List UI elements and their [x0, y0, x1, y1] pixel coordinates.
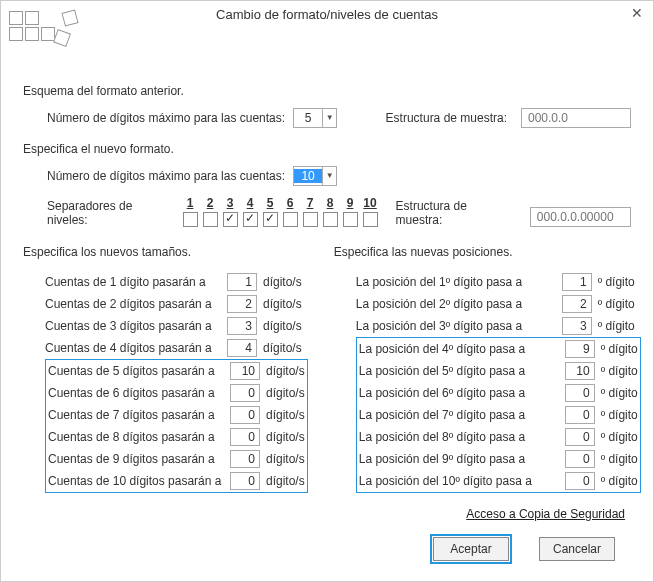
size-label: Cuentas de 4 dígitos pasarán a: [45, 341, 221, 355]
position-input[interactable]: 2: [562, 295, 592, 313]
section-new-positions: Especifica las nuevas posiciones.: [334, 245, 641, 259]
position-input[interactable]: 0: [565, 406, 595, 424]
chevron-down-icon: ▼: [322, 167, 336, 185]
separator-checkbox-8[interactable]: [323, 212, 338, 227]
position-label: La posición del 5º dígito pasa a: [359, 364, 559, 378]
position-input[interactable]: 3: [562, 317, 592, 335]
separator-checkbox-10[interactable]: [363, 212, 378, 227]
position-input[interactable]: 0: [565, 472, 595, 490]
size-unit: dígito/s: [266, 452, 305, 466]
new-max-digits-value: 10: [294, 169, 322, 183]
position-row: La posición del 4º dígito pasa a9º dígit…: [359, 338, 638, 360]
size-input[interactable]: 0: [230, 428, 260, 446]
position-row: La posición del 8º dígito pasa a0º dígit…: [359, 426, 638, 448]
position-label: La posición del 10º dígito pasa a: [359, 474, 559, 488]
position-input[interactable]: 0: [565, 450, 595, 468]
label-separators: Separadores de niveles:: [47, 199, 165, 227]
position-label: La posición del 8º dígito pasa a: [359, 430, 559, 444]
position-unit: º dígito: [601, 364, 638, 378]
accept-button[interactable]: Aceptar: [433, 537, 509, 561]
size-unit: dígito/s: [263, 275, 302, 289]
cancel-button[interactable]: Cancelar: [539, 537, 615, 561]
position-unit: º dígito: [598, 275, 635, 289]
new-max-digits-dropdown[interactable]: 10 ▼: [293, 166, 337, 186]
prev-struct-display: 000.0.0: [521, 108, 631, 128]
size-unit: dígito/s: [266, 364, 305, 378]
position-label: La posición del 9º dígito pasa a: [359, 452, 559, 466]
size-input[interactable]: 10: [230, 362, 260, 380]
section-prev-format: Esquema del formato anterior.: [23, 84, 631, 98]
position-input[interactable]: 0: [565, 384, 595, 402]
size-row: Cuentas de 8 dígitos pasarán a0dígito/s: [48, 426, 305, 448]
size-label: Cuentas de 6 dígitos pasarán a: [48, 386, 224, 400]
chevron-down-icon: ▼: [322, 109, 336, 127]
size-input[interactable]: 4: [227, 339, 257, 357]
size-label: Cuentas de 5 dígitos pasarán a: [48, 364, 224, 378]
position-unit: º dígito: [598, 297, 635, 311]
size-label: Cuentas de 1 dígito pasarán a: [45, 275, 221, 289]
separator-header-1: 1: [183, 196, 198, 210]
size-input[interactable]: 0: [230, 406, 260, 424]
size-input[interactable]: 0: [230, 472, 260, 490]
close-icon[interactable]: ✕: [631, 5, 643, 21]
separator-checkbox-2[interactable]: [203, 212, 218, 227]
separator-checkbox-3[interactable]: [223, 212, 238, 227]
size-label: Cuentas de 8 dígitos pasarán a: [48, 430, 224, 444]
position-row: La posición del 9º dígito pasa a0º dígit…: [359, 448, 638, 470]
size-unit: dígito/s: [263, 297, 302, 311]
size-input[interactable]: 0: [230, 450, 260, 468]
position-input[interactable]: 9: [565, 340, 595, 358]
size-row: Cuentas de 10 dígitos pasarán a0dígito/s: [48, 470, 305, 492]
position-label: La posición del 7º dígito pasa a: [359, 408, 559, 422]
separator-header-10: 10: [363, 196, 378, 210]
position-input[interactable]: 10: [565, 362, 595, 380]
separator-checkbox-4[interactable]: [243, 212, 258, 227]
size-label: Cuentas de 10 dígitos pasarán a: [48, 474, 224, 488]
size-label: Cuentas de 2 dígitos pasarán a: [45, 297, 221, 311]
position-row: La posición del 7º dígito pasa a0º dígit…: [359, 404, 638, 426]
section-new-sizes: Especifica los nuevos tamaños.: [23, 245, 308, 259]
size-input[interactable]: 3: [227, 317, 257, 335]
separator-checkbox-1[interactable]: [183, 212, 198, 227]
separator-header-9: 9: [343, 196, 358, 210]
separator-header-5: 5: [263, 196, 278, 210]
size-label: Cuentas de 3 dígitos pasarán a: [45, 319, 221, 333]
position-unit: º dígito: [601, 342, 638, 356]
position-row: La posición del 6º dígito pasa a0º dígit…: [359, 382, 638, 404]
size-row: Cuentas de 9 dígitos pasarán a0dígito/s: [48, 448, 305, 470]
size-input[interactable]: 0: [230, 384, 260, 402]
prev-max-digits-dropdown[interactable]: 5 ▼: [293, 108, 337, 128]
separator-checkbox-9[interactable]: [343, 212, 358, 227]
position-row: La posición del 5º dígito pasa a10º dígi…: [359, 360, 638, 382]
separator-checkbox-7[interactable]: [303, 212, 318, 227]
new-struct-display: 000.0.0.00000: [530, 207, 631, 227]
size-unit: dígito/s: [266, 474, 305, 488]
size-row: Cuentas de 1 dígito pasarán a1dígito/s: [45, 271, 308, 293]
size-input[interactable]: 1: [227, 273, 257, 291]
position-row: La posición del 1º dígito pasa a1º dígit…: [356, 271, 641, 293]
link-backup-access[interactable]: Acceso a Copia de Seguridad: [23, 507, 625, 521]
position-input[interactable]: 1: [562, 273, 592, 291]
separator-header-6: 6: [283, 196, 298, 210]
size-row: Cuentas de 3 dígitos pasarán a3dígito/s: [45, 315, 308, 337]
label-new-struct: Estructura de muestra:: [396, 199, 506, 227]
separator-checkbox-6[interactable]: [283, 212, 298, 227]
position-unit: º dígito: [601, 452, 638, 466]
separator-header-2: 2: [203, 196, 218, 210]
separator-header-4: 4: [243, 196, 258, 210]
separator-header-3: 3: [223, 196, 238, 210]
separator-header-8: 8: [323, 196, 338, 210]
size-row: Cuentas de 7 dígitos pasarán a0dígito/s: [48, 404, 305, 426]
size-unit: dígito/s: [266, 430, 305, 444]
dialog-title: Cambio de formato/niveles de cuentas: [216, 7, 438, 22]
position-row: La posición del 2º dígito pasa a2º dígit…: [356, 293, 641, 315]
separator-checkbox-5[interactable]: [263, 212, 278, 227]
position-row: La posición del 3º dígito pasa a3º dígit…: [356, 315, 641, 337]
size-input[interactable]: 2: [227, 295, 257, 313]
size-row: Cuentas de 4 dígitos pasarán a4dígito/s: [45, 337, 308, 359]
position-label: La posición del 1º dígito pasa a: [356, 275, 556, 289]
position-label: La posición del 2º dígito pasa a: [356, 297, 556, 311]
label-prev-max-digits: Número de dígitos máximo para las cuenta…: [47, 111, 285, 125]
position-input[interactable]: 0: [565, 428, 595, 446]
size-row: Cuentas de 5 dígitos pasarán a10dígito/s: [48, 360, 305, 382]
